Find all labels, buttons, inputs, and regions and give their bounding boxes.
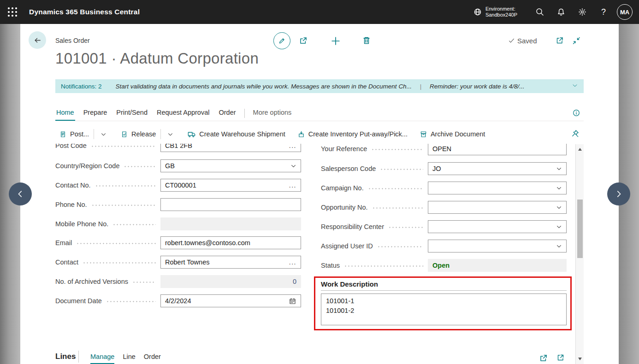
work-description-textarea[interactable]: 101001-1 101001-2 (321, 294, 567, 325)
country-region-code-field[interactable]: GB (160, 159, 301, 172)
app-title[interactable]: Dynamics 365 Business Central (29, 8, 140, 16)
new-button[interactable] (330, 35, 341, 48)
assist-edit-icon[interactable]: ... (289, 182, 296, 189)
search-icon (535, 7, 544, 17)
lines-tab-line[interactable]: Line (123, 353, 135, 364)
chevron-down-icon[interactable] (556, 205, 562, 211)
lines-tab-order[interactable]: Order (144, 353, 161, 364)
post-code-field[interactable]: CB1 2FB... (160, 144, 301, 152)
dotted-leader (380, 169, 423, 170)
tabs-separator (244, 109, 245, 118)
notifications-button[interactable] (550, 0, 572, 24)
share-icon (298, 35, 308, 46)
lines-section-title: Lines (55, 352, 76, 361)
scroll-down-arrow-icon[interactable] (578, 358, 582, 360)
your-reference-field[interactable]: OPEN (428, 144, 567, 155)
lines-share-button[interactable] (538, 353, 549, 364)
assist-edit-icon[interactable]: ... (289, 258, 296, 266)
field-label: Post Code (55, 144, 160, 149)
notification-expand-button[interactable] (572, 82, 578, 90)
form-row: StatusOpen (321, 259, 567, 272)
calendar-icon[interactable] (289, 297, 296, 305)
action-dropdown-button[interactable] (97, 131, 110, 137)
tab-request-approval[interactable]: Request Approval (156, 107, 210, 120)
scroll-up-arrow-icon[interactable] (578, 148, 582, 151)
contact-no-field[interactable]: CT000001... (160, 179, 301, 192)
collapse-button[interactable] (572, 36, 581, 47)
app-launcher-icon[interactable] (7, 6, 18, 18)
delete-button[interactable] (361, 35, 372, 47)
unpin-actionbar-button[interactable] (571, 129, 580, 140)
chevron-down-icon[interactable] (556, 166, 562, 172)
mobile-phone-no-field (160, 217, 301, 230)
scrollbar-thumb[interactable] (577, 200, 583, 258)
dotted-leader (124, 166, 156, 167)
contact-field[interactable]: Robert Townes... (160, 256, 301, 269)
action-archive-document[interactable]: Archive Document (420, 130, 485, 138)
lines-tab-manage[interactable]: Manage (90, 353, 114, 364)
share-button[interactable] (298, 35, 308, 47)
form-row: ContactRobert Townes... (55, 256, 301, 269)
tab-prepare[interactable]: Prepare (83, 107, 108, 120)
page-caption: Sales Order (55, 37, 90, 44)
assist-edit-icon[interactable]: ... (289, 144, 296, 149)
split-separator (94, 129, 94, 139)
account-avatar[interactable]: MA (617, 4, 633, 20)
dotted-leader (112, 224, 156, 225)
notification-bar: Notifications: 2 Start validating data i… (55, 79, 584, 93)
vertical-scrollbar[interactable] (575, 144, 584, 364)
back-button[interactable] (29, 31, 46, 49)
info-icon (572, 109, 580, 117)
responsibility-center-field[interactable] (428, 220, 567, 233)
pin-icon (571, 129, 580, 138)
page-info-button[interactable] (572, 109, 580, 119)
lines-separator (78, 351, 79, 363)
environment-indicator[interactable]: Environment: Sandbox240P (473, 6, 517, 18)
opportunity-no-field[interactable] (428, 201, 567, 214)
work-description-label: Work Description (321, 280, 378, 288)
action-release[interactable]: Release (120, 130, 156, 138)
action-create-warehouse-shipment[interactable]: Create Warehouse Shipment (187, 130, 285, 139)
gear-icon (578, 7, 587, 17)
field-label: Salesperson Code (321, 165, 428, 172)
field-label: Campaign No. (321, 184, 428, 192)
help-button[interactable]: ? (593, 0, 614, 24)
save-status: Saved (508, 37, 537, 45)
action-post[interactable]: Post... (59, 130, 89, 138)
lines-expand-button[interactable] (556, 353, 565, 364)
dotted-leader (388, 227, 423, 228)
tab-print-send[interactable]: Print/Send (115, 107, 148, 120)
tab-order[interactable]: Order (218, 107, 237, 120)
back-arrow-icon (33, 36, 42, 45)
tab-home[interactable]: Home (55, 107, 75, 121)
assigned-user-id-field[interactable] (428, 240, 567, 252)
chevron-down-icon[interactable] (556, 224, 562, 230)
edit-button[interactable] (273, 32, 290, 49)
environment-name: Sandbox240P (485, 12, 517, 18)
field-label: Opportunity No. (321, 204, 428, 211)
chevron-down-icon[interactable] (556, 185, 562, 191)
dotted-leader (95, 185, 156, 187)
search-button[interactable] (529, 0, 550, 24)
action-create-inventory-put-away-pick[interactable]: Create Inventory Put-away/Pick... (297, 130, 408, 138)
notifications-count-link[interactable]: Notifications: 2 (61, 83, 102, 90)
open-in-new-window-button[interactable] (555, 36, 564, 47)
document-date-field[interactable]: 4/2/2024 (160, 294, 301, 307)
salesperson-code-field[interactable]: JO (428, 162, 567, 175)
dotted-leader (76, 243, 156, 244)
chevron-down-icon[interactable] (290, 163, 296, 169)
phone-no-field[interactable] (160, 198, 301, 211)
general-fasttab: Work Description 101001-1 101001-2 Post … (55, 144, 578, 344)
action-dropdown-button[interactable] (164, 131, 177, 137)
ribbon-divider (55, 121, 584, 121)
campaign-no-field[interactable] (428, 182, 567, 194)
settings-button[interactable] (572, 0, 593, 24)
form-row: Responsibility Center (321, 220, 567, 233)
tab-more-options[interactable]: More options (252, 107, 293, 120)
previous-record-button[interactable] (9, 182, 32, 205)
chevron-down-icon[interactable] (556, 243, 562, 249)
environment-label: Environment: (485, 6, 515, 12)
popout-icon (555, 36, 564, 45)
next-record-button[interactable] (607, 182, 630, 205)
email-field[interactable]: robert.townes@contoso.com (160, 236, 301, 249)
